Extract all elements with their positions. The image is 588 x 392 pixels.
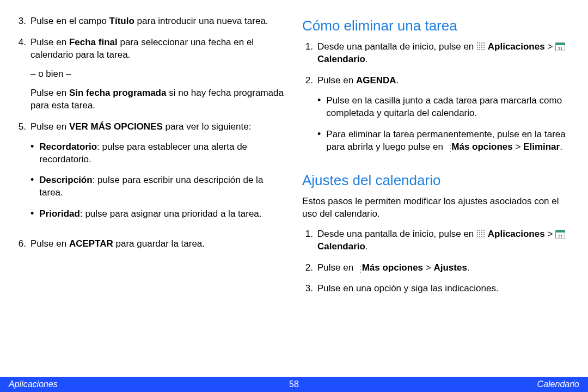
bold-text: Aplicaciones [488, 41, 545, 52]
bold-text: Calendario [317, 54, 365, 64]
sub-paragraph: Pulse en Sin fecha programada si no hay … [30, 87, 286, 112]
bullet-item: Descripción: pulse para escribir una des… [30, 174, 286, 199]
bullet-item: Recordatorio: pulse para establecer una … [30, 141, 286, 166]
page-footer: Aplicaciones 58 Calendario [0, 377, 588, 392]
bullet-item: Para eliminar la tarea permanentemente, … [317, 128, 573, 154]
list-number: 1. [302, 228, 313, 253]
calendar-icon [555, 230, 565, 238]
bold-text: Título [109, 16, 134, 26]
list-item: 6.Pulse en ACEPTAR para guardar la tarea… [15, 238, 286, 250]
heading-delete-task: Cómo eliminar una tarea [302, 16, 573, 35]
list-body: Pulse en Fecha final para seleccionar un… [30, 36, 286, 112]
bold-text: Ajustes [433, 262, 467, 273]
list-item: 2.Pulse en Más opciones > Ajustes. [302, 262, 573, 274]
list-item: 4.Pulse en Fecha final para seleccionar … [15, 36, 286, 112]
bold-text: Fecha final [69, 37, 118, 47]
list-item: 2.Pulse en AGENDA.Pulse en la casilla ju… [302, 75, 573, 162]
list-number: 2. [302, 75, 313, 162]
list-item: 3.Pulse en el campo Título para introduc… [15, 15, 286, 28]
apps-grid-icon [476, 42, 485, 51]
bold-text: Calendario [317, 241, 365, 252]
sub-paragraph: – o bien – [30, 68, 286, 81]
list-body: Pulse en VER MÁS OPCIONES para ver lo si… [30, 121, 286, 230]
bold-text: VER MÁS OPCIONES [69, 121, 163, 132]
footer-page-number: 58 [199, 379, 389, 389]
footer-right: Calendario [389, 379, 579, 389]
bold-text: Eliminar [523, 142, 560, 152]
bold-text: Prioridad [39, 209, 80, 219]
calendar-icon [555, 42, 565, 51]
more-options-icon [356, 264, 359, 272]
ordered-list: 3.Pulse en el campo Título para introduc… [15, 15, 286, 250]
footer-left: Aplicaciones [9, 379, 199, 389]
list-body: Pulse en una opción y siga las indicacio… [317, 283, 573, 295]
bold-text: ACEPTAR [69, 238, 113, 249]
bullet-list: Pulse en la casilla junto a cada tarea p… [317, 95, 573, 154]
list-body: Pulse en ACEPTAR para guardar la tarea. [30, 238, 286, 250]
bold-text: Descripción [39, 175, 92, 185]
apps-grid-icon [476, 229, 485, 238]
bold-text: Más opciones [362, 262, 423, 273]
list-number: 3. [302, 283, 313, 295]
bullet-list: Recordatorio: pulse para establecer una … [30, 141, 286, 221]
list-item: 5.Pulse en VER MÁS OPCIONES para ver lo … [15, 121, 286, 230]
bullet-item: Pulse en la casilla junto a cada tarea p… [317, 95, 573, 120]
bold-text: Recordatorio [39, 142, 97, 152]
intro-paragraph: Estos pasos le permiten modificar los aj… [302, 195, 573, 220]
list-item: 1.Desde una pantalla de inicio, pulse en… [302, 228, 573, 253]
list-number: 4. [15, 36, 26, 112]
list-number: 3. [15, 15, 26, 28]
list-body: Pulse en el campo Título para introducir… [30, 15, 286, 28]
list-number: 2. [302, 262, 313, 274]
list-body: Pulse en AGENDA.Pulse en la casilla junt… [317, 75, 573, 162]
list-body: Desde una pantalla de inicio, pulse en A… [317, 41, 573, 66]
list-number: 1. [302, 41, 313, 66]
bold-text: Sin fecha programada [69, 88, 167, 98]
right-column: Cómo eliminar una tarea1.Desde una panta… [302, 15, 573, 377]
more-options-icon [446, 143, 449, 151]
list-item: 1.Desde una pantalla de inicio, pulse en… [302, 41, 573, 66]
ordered-list: 1.Desde una pantalla de inicio, pulse en… [302, 41, 573, 162]
list-number: 5. [15, 121, 26, 230]
left-column: 3.Pulse en el campo Título para introduc… [15, 15, 286, 377]
bold-text: AGENDA [356, 75, 396, 85]
ordered-list: 1.Desde una pantalla de inicio, pulse en… [302, 228, 573, 296]
bullet-item: Prioridad: pulse para asignar una priori… [30, 208, 286, 220]
page-content: 3.Pulse en el campo Título para introduc… [0, 0, 588, 377]
list-item: 3.Pulse en una opción y siga las indicac… [302, 283, 573, 295]
bold-text: Aplicaciones [488, 229, 545, 239]
list-number: 6. [15, 238, 26, 250]
list-body: Desde una pantalla de inicio, pulse en A… [317, 228, 573, 253]
list-body: Pulse en Más opciones > Ajustes. [317, 262, 573, 274]
bold-text: Más opciones [451, 142, 512, 152]
heading-calendar-settings: Ajustes del calendario [302, 171, 573, 190]
